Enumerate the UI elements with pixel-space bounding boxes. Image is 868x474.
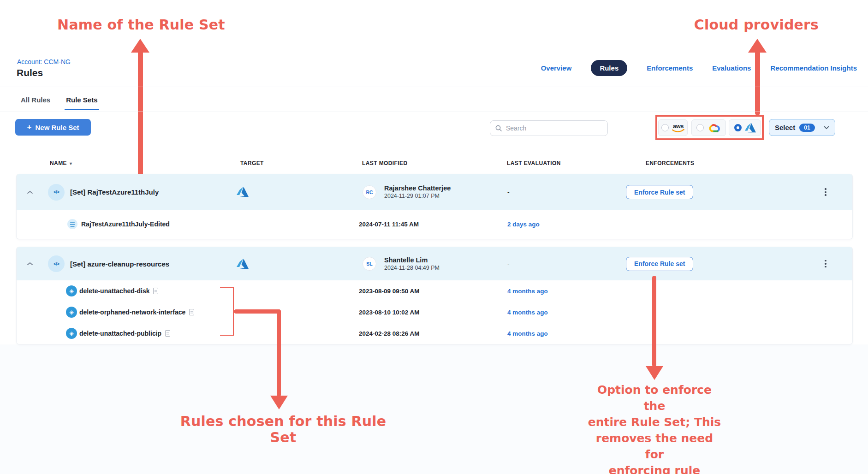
avatar: RC [363, 174, 376, 210]
column-header-last-evaluation: LAST EVALUATION [507, 160, 561, 166]
rule-name[interactable]: RajTestAzure11thJuly-Edited [81, 210, 170, 238]
last-modified-cell: Rajarshee Chatterjee 2024-11-29 01:07 PM [384, 174, 451, 210]
rule-name[interactable]: delete-unattached-disk [79, 287, 149, 295]
select-label: Select [775, 124, 795, 131]
modified-by-name: Shantelle Lim [384, 256, 440, 264]
azure-target-icon [237, 174, 249, 210]
annotation-cloud-providers: Cloud providers [674, 17, 838, 33]
column-header-target: TARGET [240, 160, 264, 166]
rule-last-modified: 2023-08-10 10:02 AM [359, 302, 420, 323]
annotation-arrow-down-icon [646, 366, 663, 380]
rules-tabs: All Rules Rule Sets [19, 93, 99, 110]
provider-toggle-azure[interactable] [729, 119, 761, 136]
new-rule-set-button[interactable]: + New Rule Set [15, 119, 91, 136]
azure-icon [745, 123, 756, 133]
column-header-name[interactable]: NAME▾ [50, 160, 72, 166]
tab-all-rules[interactable]: All Rules [19, 93, 52, 110]
rule-set-name[interactable]: [Set] RajTestAzure11thJuly [70, 174, 159, 210]
collapse-chevron-icon[interactable] [27, 174, 33, 210]
modified-date: 2024-11-29 01:07 PM [384, 192, 451, 200]
rule-icon [67, 210, 77, 238]
column-header-last-modified: LAST MODIFIED [362, 160, 408, 166]
enforce-cell: Enforce Rule set [626, 174, 693, 210]
annotation-arrow-shaft [652, 276, 656, 367]
radio-unselected-icon[interactable] [661, 124, 669, 131]
rule-last-evaluation-link[interactable]: 4 months ago [507, 323, 548, 344]
radio-selected-icon[interactable] [734, 124, 742, 131]
rule-last-modified: 2023-08-09 09:50 AM [359, 280, 420, 302]
copy-document-icon[interactable] [153, 288, 158, 294]
rule-name-cell: delete-unattached-publicip [79, 323, 170, 344]
search-icon [495, 124, 502, 132]
nav-evaluations[interactable]: Evaluations [712, 64, 751, 72]
top-nav: Overview Rules Enforcements Evaluations … [541, 59, 857, 77]
rule-name-cell: delete-unattached-disk [79, 280, 158, 302]
nav-recommendation-insights[interactable]: Recommendation Insights [770, 64, 857, 72]
row-menu-kebab-icon[interactable] [823, 247, 828, 280]
avatar: SL [363, 247, 376, 280]
new-rule-set-label: New Rule Set [35, 124, 79, 131]
aws-icon: aws [672, 123, 685, 133]
gcp-icon [707, 122, 721, 134]
account-breadcrumb[interactable]: Account: CCM-NG [17, 58, 71, 65]
search-box[interactable] [490, 120, 608, 136]
nav-enforcements[interactable]: Enforcements [647, 64, 693, 72]
last-modified-cell: Shantelle Lim 2024-11-28 04:49 PM [384, 247, 440, 280]
tab-rule-sets[interactable]: Rule Sets [65, 93, 99, 110]
tabs-divider [0, 112, 868, 112]
rule-last-evaluation-link[interactable]: 4 months ago [507, 302, 548, 323]
annotation-arrow-shaft [277, 309, 281, 397]
rule-set-icon: </> [48, 247, 65, 280]
provider-select-dropdown[interactable]: Select 01 [769, 119, 835, 136]
radio-unselected-icon[interactable] [696, 124, 704, 131]
header-divider [0, 87, 868, 87]
copy-document-icon[interactable] [189, 309, 194, 315]
nav-overview[interactable]: Overview [541, 64, 572, 72]
last-evaluation-value: - [507, 174, 510, 210]
nav-rules[interactable]: Rules [591, 60, 627, 76]
rule-last-modified: 2024-02-28 08:26 AM [359, 323, 420, 344]
provider-toggle-gcp[interactable] [691, 119, 726, 136]
modified-by-name: Rajarshee Chatterjee [384, 184, 451, 192]
annotation-bracket-tick [220, 287, 234, 288]
last-evaluation-value: - [507, 247, 510, 280]
rule-icon: ◈ [66, 280, 77, 302]
rule-name[interactable]: delete-orphaned-network-interface [79, 308, 185, 316]
rule-set-card: </> [Set] RajTestAzure11thJuly RC Rajars… [17, 174, 852, 239]
annotation-arrow-shaft [138, 51, 143, 177]
rule-last-evaluation-link[interactable]: 2 days ago [507, 210, 540, 238]
annotation-connector-line [234, 309, 281, 314]
annotation-bracket-tick [220, 335, 234, 336]
annotation-enforce-note: Option to enforce the entire Rule Set; T… [585, 382, 724, 474]
rule-icon: ◈ [66, 323, 77, 344]
rule-set-name[interactable]: [Set] azure-cleanup-resources [70, 247, 169, 280]
rule-last-evaluation-link[interactable]: 4 months ago [507, 280, 548, 302]
annotation-name-of-rule-set: Name of the Rule Set [54, 17, 229, 33]
annotation-rules-chosen: Rules chosen for this Rule Set [168, 413, 398, 445]
azure-target-icon [237, 247, 249, 280]
rule-icon: ◈ [66, 302, 77, 323]
plus-icon: + [27, 123, 32, 132]
annotation-arrow-down-icon [270, 396, 288, 409]
rule-name-cell: delete-orphaned-network-interface [79, 302, 194, 323]
chevron-down-icon [824, 126, 829, 130]
provider-toggle-aws[interactable]: aws [658, 119, 688, 136]
enforce-rule-set-button[interactable]: Enforce Rule set [626, 257, 693, 271]
copy-document-icon[interactable] [165, 330, 170, 337]
rules-page: Name of the Rule Set Cloud providers Acc… [0, 0, 868, 474]
modified-date: 2024-11-28 04:49 PM [384, 264, 440, 272]
rule-set-icon: </> [48, 174, 65, 210]
row-menu-kebab-icon[interactable] [823, 174, 828, 210]
enforce-cell: Enforce Rule set [626, 247, 693, 280]
page-footer-background [0, 344, 868, 474]
search-input[interactable] [506, 124, 603, 132]
enforce-rule-set-button[interactable]: Enforce Rule set [626, 185, 693, 199]
rule-set-card: </> [Set] azure-cleanup-resources SL Sha… [17, 247, 852, 344]
rule-name[interactable]: delete-unattached-publicip [79, 330, 161, 337]
sort-caret-icon: ▾ [70, 161, 72, 166]
rule-last-modified: 2024-07-11 11:45 AM [359, 210, 419, 238]
select-count-badge: 01 [799, 124, 814, 132]
collapse-chevron-icon[interactable] [27, 247, 33, 280]
page-title: Rules [17, 67, 43, 78]
column-header-enforcements: ENFORCEMENTS [646, 160, 694, 166]
